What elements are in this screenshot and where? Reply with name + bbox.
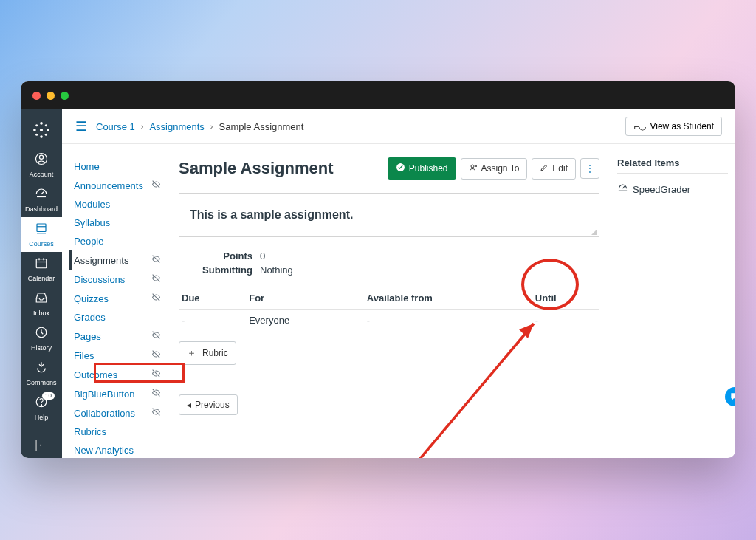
assignment-description: This is a sample assignment.	[179, 193, 599, 237]
dashboard-icon	[35, 187, 48, 202]
global-nav-history[interactable]: History	[21, 321, 62, 356]
global-nav-label: Help	[35, 414, 49, 421]
hamburger-icon[interactable]: ☰	[75, 118, 87, 134]
hidden-eye-icon	[151, 369, 161, 380]
assignment-page: Sample Assignment Published Assign To	[173, 144, 610, 458]
svg-point-3	[33, 129, 36, 131]
global-nav-commons[interactable]: Commons	[21, 356, 62, 391]
course-nav-item[interactable]: Collaborations	[69, 403, 165, 423]
svg-point-1	[40, 122, 43, 125]
published-button[interactable]: Published	[388, 157, 456, 180]
course-nav-label: New Analytics	[74, 445, 134, 456]
global-nav-label: History	[31, 344, 52, 352]
course-nav-label: Files	[74, 350, 94, 361]
course-nav-item[interactable]: Quizzes	[69, 289, 165, 308]
course-nav-label: Assignments	[74, 255, 128, 266]
window-maximize-button[interactable]	[61, 92, 69, 100]
global-nav-inbox[interactable]: Inbox	[21, 287, 62, 321]
table-row: - Everyone - -	[179, 310, 599, 332]
breadcrumb: ☰ Course 1 › Assignments › Sample Assign…	[62, 109, 735, 144]
th-from: Available from	[364, 287, 532, 310]
related-sidebar: Related Items SpeedGrader	[610, 144, 735, 458]
course-nav-label: People	[74, 236, 103, 247]
global-nav-courses[interactable]: Courses	[21, 217, 62, 252]
window-minimize-button[interactable]	[47, 92, 55, 100]
course-nav-label: Grades	[74, 312, 106, 323]
chevron-right-icon: ›	[141, 122, 144, 131]
page-title: Sample Assignment	[179, 159, 383, 178]
assign-to-button[interactable]: Assign To	[461, 158, 528, 180]
window-titlebar	[21, 81, 735, 109]
inbox-icon	[35, 291, 48, 307]
breadcrumb-current: Sample Assignment	[219, 121, 304, 132]
points-label: Points	[179, 250, 252, 262]
chevron-right-icon: ›	[210, 122, 213, 131]
svg-rect-14	[36, 259, 47, 268]
course-nav-item[interactable]: Modules	[69, 195, 165, 213]
speedgrader-link[interactable]: SpeedGrader	[617, 182, 728, 196]
global-nav-label: Commons	[26, 379, 56, 386]
rubric-label: Rubric	[202, 348, 228, 358]
global-nav-dashboard[interactable]: Dashboard	[21, 182, 62, 217]
chevron-left-icon: ◂	[187, 400, 191, 410]
main-columns: HomeAnnouncementsModulesSyllabusPeopleAs…	[62, 144, 735, 458]
course-nav-item[interactable]: BigBlueButton	[69, 384, 165, 403]
book-icon	[35, 222, 48, 237]
more-options-button[interactable]: ⋮	[580, 158, 599, 179]
svg-point-2	[40, 135, 43, 138]
th-due: Due	[179, 287, 246, 310]
course-nav-item[interactable]: Announcements	[69, 176, 165, 195]
course-nav-item[interactable]: Discussions	[69, 270, 165, 289]
window-close-button[interactable]	[32, 92, 41, 100]
history-icon	[35, 326, 48, 341]
hidden-eye-icon	[151, 407, 161, 419]
course-nav-item[interactable]: Files	[69, 346, 165, 365]
hidden-eye-icon	[151, 180, 161, 191]
global-nav-label: Inbox	[33, 310, 49, 317]
svg-rect-11	[37, 224, 46, 232]
check-circle-icon	[396, 163, 405, 174]
global-nav-calendar[interactable]: Calendar	[21, 252, 62, 287]
course-nav-item[interactable]: Outcomes	[69, 365, 165, 384]
edit-button[interactable]: Edit	[532, 158, 576, 180]
svg-point-6	[45, 124, 47, 126]
related-heading: Related Items	[617, 157, 728, 174]
global-nav-label: Dashboard	[25, 205, 58, 213]
speedgrader-icon	[617, 182, 628, 196]
global-nav-help[interactable]: 10 Help	[21, 391, 62, 425]
course-nav-item[interactable]: New Analytics	[69, 441, 165, 458]
collapse-nav-icon[interactable]: |←	[35, 439, 48, 451]
global-nav-label: Account	[30, 171, 54, 178]
submitting-value: Nothing	[260, 264, 293, 276]
help-badge: 10	[42, 392, 55, 400]
browser-window: Account Dashboard Courses Calendar	[21, 81, 735, 458]
course-nav-item[interactable]: Rubrics	[69, 423, 165, 441]
svg-point-20	[41, 405, 41, 406]
course-nav-item[interactable]: Grades	[69, 308, 165, 327]
published-label: Published	[409, 163, 448, 174]
course-nav-label: Home	[74, 161, 100, 172]
assignment-meta: Points 0 Submitting Nothing	[179, 249, 599, 277]
global-nav-account[interactable]: Account	[21, 148, 62, 182]
breadcrumb-course[interactable]: Course 1	[96, 121, 135, 132]
previous-label: Previous	[195, 400, 230, 410]
course-nav-item[interactable]: Home	[69, 157, 165, 176]
breadcrumb-section[interactable]: Assignments	[149, 121, 204, 132]
global-nav-label: Courses	[29, 240, 54, 247]
add-rubric-button[interactable]: ＋ Rubric	[179, 341, 236, 365]
hidden-eye-icon	[151, 254, 161, 266]
previous-button[interactable]: ◂ Previous	[179, 394, 238, 415]
view-as-student-button[interactable]: ⌐◡ View as Student	[625, 117, 722, 136]
canvas-logo-icon[interactable]	[31, 114, 52, 148]
td-until: -	[532, 310, 599, 332]
course-nav-label: Outcomes	[74, 369, 117, 380]
course-nav-item[interactable]: Pages	[69, 327, 165, 346]
course-nav-item[interactable]: Assignments	[69, 250, 165, 270]
content-area: ☰ Course 1 › Assignments › Sample Assign…	[62, 109, 735, 458]
page-header: Sample Assignment Published Assign To	[179, 157, 599, 180]
course-nav-item[interactable]: Syllabus	[69, 213, 165, 232]
course-nav-label: Syllabus	[74, 217, 110, 228]
course-nav-item[interactable]: People	[69, 232, 165, 250]
td-from: -	[364, 310, 532, 332]
svg-point-8	[45, 134, 47, 136]
